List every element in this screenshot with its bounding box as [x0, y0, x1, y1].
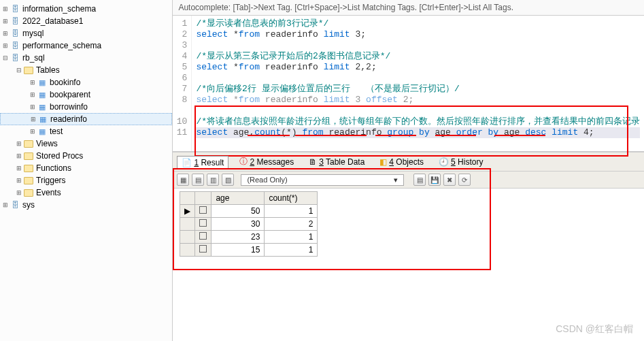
tree-folder[interactable]: ⊞Events [0, 186, 172, 199]
col-header[interactable]: age [211, 192, 265, 205]
toolbar-btn[interactable]: ⟳ [458, 174, 471, 186]
tree-folder[interactable]: ⊞Stored Procs [0, 150, 172, 162]
toolbar-btn[interactable]: 💾 [428, 174, 441, 186]
tree-table[interactable]: ⊞▦bookinfo [0, 76, 172, 88]
tab-result[interactable]: 📄1 Result [177, 156, 228, 169]
toolbar-btn[interactable]: ✖ [443, 174, 456, 186]
tree-table[interactable]: ⊞▦bookparent [0, 88, 172, 101]
table-row[interactable]: ▶501 [180, 205, 318, 218]
tree-db[interactable]: ⊞🗄performance_schema [0, 39, 172, 52]
tree-table[interactable]: ⊞▦test [0, 125, 172, 137]
toolbar-btn[interactable]: ▤ [413, 174, 426, 186]
table-row[interactable]: 151 [180, 244, 318, 257]
result-toolbar: ▦ ▤ ▥ ▧ (Read Only)▾ ▤ 💾 ✖ ⟳ [173, 172, 644, 189]
tree-folder-tables[interactable]: ⊟Tables [0, 64, 172, 76]
tree-folder[interactable]: ⊞Functions [0, 162, 172, 174]
tree-folder[interactable]: ⊞Triggers [0, 174, 172, 186]
tab-tabledata[interactable]: 🗎3 Table Data [305, 156, 369, 168]
tree-db[interactable]: ⊟🗄rb_sql [0, 52, 172, 64]
tree-db[interactable]: ⊞🗄information_schema [0, 3, 172, 15]
tree-db[interactable]: ⊞🗄2022_database1 [0, 15, 172, 27]
sql-editor[interactable]: 123456781011 /*显示读者信息表的前3行记录*/ select *f… [173, 16, 644, 152]
table-row[interactable]: 231 [180, 231, 318, 244]
tree-db[interactable]: ⊞🗄mysql [0, 27, 172, 39]
result-grid[interactable]: age count(*) ▶501 302 231 151 [180, 191, 318, 257]
watermark: CSDN @红客白帽 [556, 323, 633, 336]
toolbar-btn[interactable]: ▦ [177, 174, 189, 186]
readonly-indicator[interactable]: (Read Only)▾ [241, 174, 404, 186]
tab-history[interactable]: 🕘5 History [435, 156, 487, 168]
result-tabs: 📄1 Result ⓘ2 Messages 🗎3 Table Data ◧4 O… [173, 152, 644, 172]
toolbar-btn[interactable]: ▤ [192, 174, 204, 186]
table-row[interactable]: 302 [180, 218, 318, 231]
tab-messages[interactable]: ⓘ2 Messages [235, 155, 298, 169]
toolbar-btn[interactable]: ▧ [222, 174, 234, 186]
db-tree[interactable]: ⊞🗄information_schema ⊞🗄2022_database1 ⊞🗄… [0, 0, 173, 341]
autocomplete-hint: Autocomplete: [Tab]->Next Tag. [Ctrl+Spa… [173, 0, 644, 16]
tree-table[interactable]: ⊞▦borrowinfo [0, 101, 172, 113]
tree-folder[interactable]: ⊞Views [0, 137, 172, 150]
toolbar-btn[interactable]: ▥ [207, 174, 219, 186]
tab-objects[interactable]: ◧4 Objects [375, 156, 428, 168]
tree-db[interactable]: ⊞🗄sys [0, 199, 172, 211]
col-header[interactable]: count(*) [265, 192, 318, 205]
tree-table-selected[interactable]: ⊞▦readerinfo [0, 113, 172, 125]
line-gutter: 123456781011 [173, 16, 192, 151]
